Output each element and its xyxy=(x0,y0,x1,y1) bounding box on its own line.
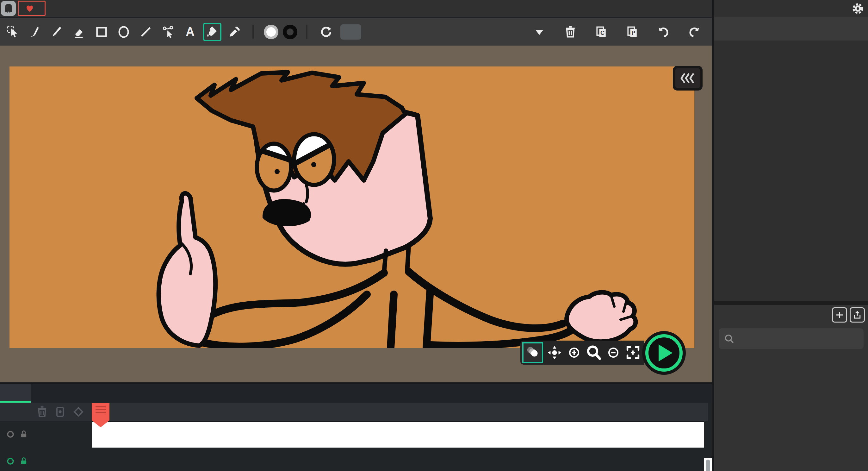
path-cursor-icon xyxy=(161,25,175,39)
more-options-button[interactable] xyxy=(530,23,549,41)
delete-button[interactable] xyxy=(561,23,580,41)
asset-library xyxy=(714,305,868,471)
toolbar-actions: C P xyxy=(530,18,704,46)
timeline-scrollbar[interactable] xyxy=(704,458,712,471)
toolbar-divider xyxy=(306,25,307,39)
canvas-area xyxy=(0,46,712,384)
brush-tool[interactable] xyxy=(26,23,44,41)
pencil-tool[interactable] xyxy=(48,23,66,41)
zoom-out-icon xyxy=(607,347,619,359)
audio-waveform xyxy=(92,422,704,448)
timeline-tools xyxy=(0,403,92,421)
paste-icon: P xyxy=(625,25,639,39)
search-icon xyxy=(724,333,735,344)
panel-divider xyxy=(712,0,714,471)
project-title[interactable] xyxy=(0,0,716,17)
inspector-body xyxy=(714,40,868,301)
top-header xyxy=(0,0,868,17)
stage[interactable] xyxy=(9,66,694,348)
layer-header-personaje[interactable] xyxy=(1,448,90,471)
visibility-icon[interactable] xyxy=(6,457,15,466)
personaje-track-lane[interactable] xyxy=(92,448,704,471)
undo-icon xyxy=(656,25,670,39)
canvas-controls xyxy=(520,341,644,365)
fill-bucket-tool[interactable] xyxy=(203,23,221,41)
timeline-tracks xyxy=(0,421,712,471)
timeline-tab-row xyxy=(0,384,712,403)
ruler-cells xyxy=(92,403,708,421)
svg-text:P: P xyxy=(632,29,636,36)
rectangle-icon xyxy=(94,25,109,39)
lock-icon[interactable] xyxy=(19,430,28,439)
svg-text:A: A xyxy=(186,25,194,38)
scrollbar-thumb[interactable] xyxy=(706,460,710,471)
stroke-width-input[interactable] xyxy=(340,24,361,39)
select-cursor-icon xyxy=(6,25,20,39)
play-icon xyxy=(659,344,673,361)
collapse-panel-button[interactable] xyxy=(673,66,703,91)
onion-settings-icon[interactable] xyxy=(54,406,66,418)
eyedropper-tool[interactable] xyxy=(225,23,244,41)
plus-icon xyxy=(835,310,844,320)
playhead-grip-lines xyxy=(96,406,106,415)
zoom-in-button[interactable] xyxy=(566,344,582,361)
redo-icon xyxy=(687,25,701,39)
brush-icon xyxy=(28,25,42,39)
undo-button[interactable] xyxy=(654,23,673,41)
stroke-color-swatch[interactable] xyxy=(283,25,297,39)
zoom-in-icon xyxy=(568,347,580,359)
magnifier-icon xyxy=(586,344,602,361)
ellipse-tool[interactable] xyxy=(115,23,133,41)
eraser-tool[interactable] xyxy=(70,23,89,41)
asset-filter xyxy=(719,328,864,349)
tool-bar: A xyxy=(0,18,712,46)
rotate-stroke-tool[interactable] xyxy=(317,23,335,41)
fit-screen-button[interactable] xyxy=(625,344,641,361)
fill-bucket-icon xyxy=(205,25,220,39)
trash-icon[interactable] xyxy=(35,405,49,418)
copy-icon: C xyxy=(594,25,608,39)
layer-header-audio[interactable] xyxy=(1,422,90,447)
audio-track-lane[interactable] xyxy=(92,421,704,448)
tab-project[interactable] xyxy=(0,384,31,403)
pan-icon xyxy=(547,345,562,360)
path-cursor-tool[interactable] xyxy=(159,23,177,41)
redo-button[interactable] xyxy=(685,23,704,41)
paste-button[interactable]: P xyxy=(623,23,642,41)
frame-ruler[interactable] xyxy=(92,403,708,421)
copy-button[interactable]: C xyxy=(592,23,611,41)
zoom-tool-button[interactable] xyxy=(586,344,602,361)
lock-icon[interactable] xyxy=(19,457,28,466)
select-cursor-tool[interactable] xyxy=(4,23,22,41)
eyedropper-icon xyxy=(227,25,242,39)
inspector-header xyxy=(714,17,868,40)
text-tool[interactable]: A xyxy=(181,23,199,41)
pan-tool-button[interactable] xyxy=(546,344,563,361)
fit-screen-icon xyxy=(625,345,641,360)
eraser-icon xyxy=(72,25,87,39)
text-icon: A xyxy=(183,25,197,39)
caret-down-icon xyxy=(533,26,546,38)
play-button[interactable] xyxy=(645,334,683,372)
stage-artwork xyxy=(9,66,694,348)
diamond-icon[interactable] xyxy=(71,405,85,419)
add-asset-button[interactable] xyxy=(832,307,847,323)
asset-filter-input[interactable] xyxy=(739,333,864,344)
pencil-icon xyxy=(50,25,65,39)
timeline xyxy=(0,384,712,471)
settings-button[interactable] xyxy=(850,1,865,16)
onion-skin-toggle[interactable] xyxy=(522,342,543,363)
visibility-icon[interactable] xyxy=(6,430,15,439)
triple-chevron-left-icon xyxy=(679,73,697,84)
playhead-handle[interactable] xyxy=(92,403,110,420)
line-tool[interactable] xyxy=(137,23,155,41)
zoom-out-button[interactable] xyxy=(605,344,622,361)
gear-icon xyxy=(850,1,865,16)
fill-color-swatch[interactable] xyxy=(264,25,278,39)
onion-skin-icon xyxy=(525,345,540,360)
upload-asset-button[interactable] xyxy=(850,307,865,323)
rotate-arrow-icon xyxy=(319,25,333,39)
rectangle-tool[interactable] xyxy=(92,23,111,41)
side-panel xyxy=(714,17,868,471)
animation-editor: A xyxy=(0,0,868,471)
